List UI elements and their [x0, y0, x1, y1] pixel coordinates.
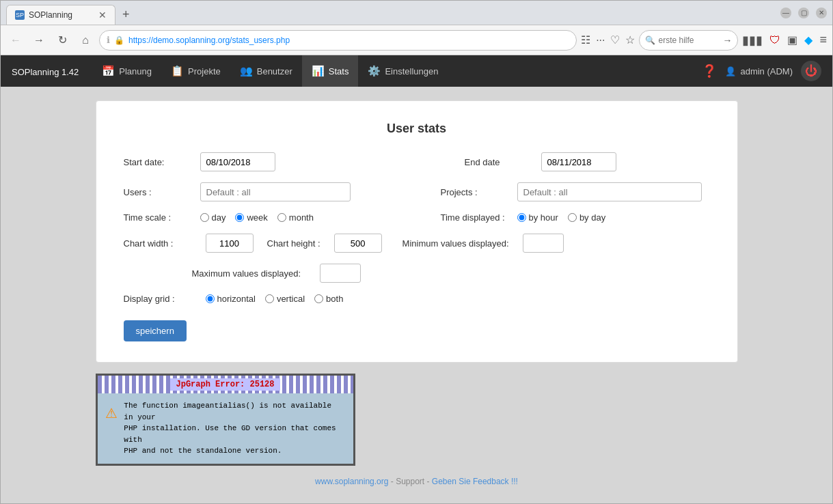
nav-benutzer-label: Benutzer	[257, 66, 292, 76]
timescale-week-radio[interactable]	[235, 213, 244, 222]
new-tab-button[interactable]: +	[115, 5, 137, 25]
grid-horizontal-radio[interactable]	[206, 294, 215, 303]
chart-width-label: Chart width :	[124, 238, 192, 249]
time-by-hour-option[interactable]: by hour	[517, 212, 558, 223]
projekte-icon: 📋	[171, 65, 184, 77]
time-by-day-option[interactable]: by day	[568, 212, 605, 223]
search-input[interactable]	[658, 36, 720, 45]
home-button[interactable]: ⌂	[76, 31, 95, 50]
minimize-button[interactable]: —	[780, 8, 791, 18]
grid-both-label: both	[326, 294, 343, 304]
app-logo: SOPlanning 1.42	[12, 64, 79, 79]
timescale-month-label: month	[289, 212, 314, 223]
footer: www.soplanning.org - Support - Geben Sie…	[14, 466, 819, 497]
chart-height-input[interactable]	[334, 234, 382, 253]
help-icon[interactable]: ❓	[702, 64, 717, 79]
min-values-input[interactable]	[523, 234, 564, 253]
users-projects-row: Users : Projects :	[124, 182, 710, 201]
grid-horizontal-label: horizontal	[217, 294, 256, 304]
chart-height-label: Chart height :	[267, 238, 320, 249]
min-values-label: Minimum values displayed:	[402, 238, 509, 249]
main-card: User stats Start date: End date Users :	[96, 100, 738, 363]
time-by-hour-radio[interactable]	[517, 213, 526, 222]
search-magnifier-icon: 🔍	[645, 36, 655, 45]
timescale-day-radio[interactable]	[200, 213, 209, 222]
page-content: User stats Start date: End date Users :	[1, 87, 832, 503]
chart-dimensions-row: Chart width : Chart height : Minimum val…	[124, 234, 710, 253]
tab-favicon: SP	[15, 10, 25, 20]
maximize-button[interactable]: ▢	[798, 8, 809, 18]
start-date-input[interactable]	[200, 152, 275, 171]
grid-horizontal-option[interactable]: horizontal	[206, 294, 256, 304]
grid-vertical-radio[interactable]	[265, 294, 274, 303]
hamburger-icon[interactable]: ≡	[819, 33, 827, 47]
back-button[interactable]: ←	[6, 31, 25, 50]
star-icon[interactable]: ☆	[625, 33, 635, 46]
nav-einstellungen[interactable]: ⚙️ Einstellungen	[358, 55, 448, 87]
timescale-day-option[interactable]: day	[200, 212, 226, 223]
user-icon: 👤	[725, 66, 736, 76]
logo-text: SOPlanning	[12, 67, 62, 77]
grid-both-radio[interactable]	[314, 294, 323, 303]
library-icon[interactable]: ▮▮▮	[742, 33, 763, 48]
chart-width-input[interactable]	[206, 234, 254, 253]
max-values-input[interactable]	[320, 264, 361, 283]
bookmark-icon[interactable]: ♡	[610, 33, 620, 46]
search-go-button[interactable]: →	[722, 35, 732, 46]
error-body: ⚠ The function imageantialias() is not a…	[98, 393, 353, 464]
grid-radio-group: horizontal vertical both	[206, 294, 344, 304]
sync-icon[interactable]: ▣	[787, 33, 797, 46]
max-values-row: Maximum values displayed:	[124, 264, 710, 283]
forward-button[interactable]: →	[29, 31, 49, 50]
window-controls: — ▢ ✕	[780, 8, 827, 18]
search-bar[interactable]: 🔍 →	[639, 30, 738, 51]
nav-stats[interactable]: 📊 Stats	[302, 55, 359, 87]
grid-vertical-option[interactable]: vertical	[265, 294, 305, 304]
time-displayed-radio-group: by hour by day	[517, 212, 606, 223]
timescale-week-option[interactable]: week	[235, 212, 267, 223]
grid-vertical-label: vertical	[277, 294, 305, 304]
timescale-label: Time scale :	[124, 212, 192, 223]
timescale-month-radio[interactable]	[277, 213, 286, 222]
active-tab[interactable]: SP SOPlanning ✕	[6, 5, 115, 25]
footer-link1[interactable]: www.soplanning.org	[315, 477, 388, 486]
date-row: Start date: End date	[124, 152, 710, 171]
timescale-month-option[interactable]: month	[277, 212, 314, 223]
time-displayed-group: Time displayed : by hour by day	[441, 212, 710, 223]
users-input[interactable]	[200, 182, 351, 201]
time-displayed-label: Time displayed :	[441, 212, 509, 223]
reader-icon[interactable]: ☷	[581, 33, 590, 46]
version-text: 1.42	[62, 67, 79, 77]
close-button[interactable]: ✕	[816, 8, 827, 18]
diamond-icon: ◆	[804, 33, 812, 46]
tab-bar: SP SOPlanning ✕ +	[6, 1, 137, 25]
power-button[interactable]: ⏻	[801, 61, 821, 81]
browser-titlebar: SP SOPlanning ✕ + — ▢ ✕	[1, 1, 832, 25]
refresh-button[interactable]: ↻	[53, 31, 72, 50]
benutzer-icon: 👥	[240, 65, 253, 77]
start-date-group: Start date:	[124, 152, 369, 171]
end-date-input[interactable]	[541, 152, 616, 171]
tab-close-button[interactable]: ✕	[98, 10, 107, 20]
nav-planung-label: Planung	[119, 66, 152, 76]
footer-link2[interactable]: Geben Sie Feedback !!!	[432, 477, 518, 486]
browser-toolbar: ← → ↻ ⌂ ℹ 🔒 https://demo.soplanning.org/…	[1, 25, 832, 55]
warning-icon: ⚠	[106, 400, 118, 423]
timescale-radio-group: day week month	[200, 212, 314, 223]
users-label: Users :	[124, 187, 192, 197]
menu-icon[interactable]: ···	[596, 34, 605, 46]
lock-icon: 🔒	[114, 36, 124, 45]
timescale-group: Time scale : day week month	[124, 212, 393, 223]
error-title-bar: JpGraph Error: 25128	[98, 376, 353, 393]
footer-separator: - Support -	[391, 477, 432, 486]
address-bar[interactable]: ℹ 🔒 https://demo.soplanning.org/stats_us…	[99, 30, 577, 51]
grid-both-option[interactable]: both	[314, 294, 343, 304]
nav-planung[interactable]: 📅 Planung	[92, 55, 161, 87]
save-button[interactable]: speichern	[124, 320, 187, 341]
nav-projekte[interactable]: 📋 Projekte	[161, 55, 230, 87]
time-by-day-radio[interactable]	[568, 213, 577, 222]
user-label: admin (ADM)	[740, 66, 793, 76]
nav-einstellungen-label: Einstellungen	[385, 66, 438, 76]
projects-input[interactable]	[517, 182, 702, 201]
nav-benutzer[interactable]: 👥 Benutzer	[230, 55, 302, 87]
